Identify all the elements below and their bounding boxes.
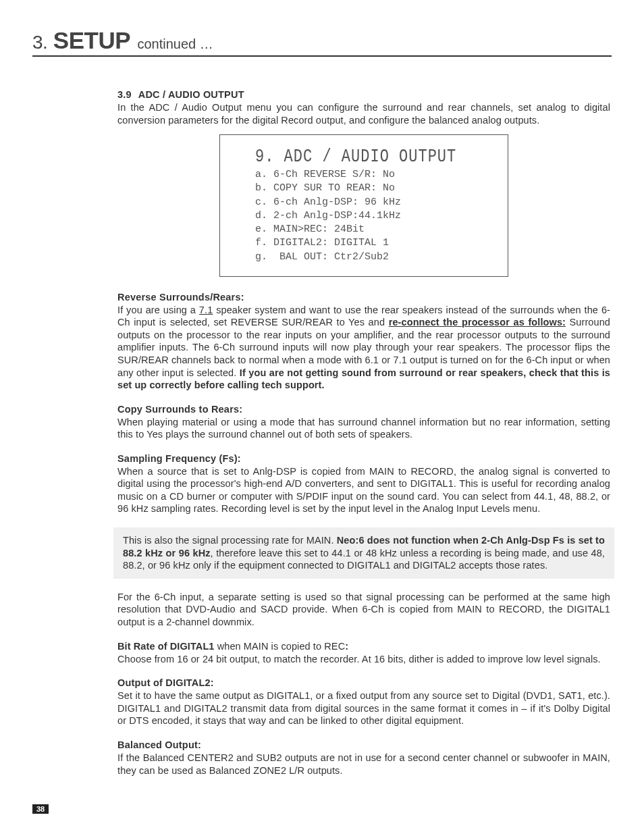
subhead-balanced: Balanced Output: bbox=[117, 739, 610, 750]
chapter-header: 3. SETUP continued … bbox=[32, 27, 612, 57]
subhead-bitrate: Bit Rate of DIGITAL1 bbox=[117, 641, 215, 652]
subhead-digital2: Output of DIGITAL2: bbox=[117, 677, 610, 688]
para-fs2: For the 6-Ch input, a separate setting i… bbox=[117, 591, 610, 629]
text-underline: 7.1 bbox=[199, 305, 213, 315]
page-number: 38 bbox=[32, 804, 49, 814]
osd-line: d. 2-ch Anlg-DSP:44.1kHz bbox=[255, 209, 489, 223]
para-balanced: If the Balanced CENTER2 and SUB2 outputs… bbox=[117, 752, 610, 777]
text: This is also the signal processing rate … bbox=[123, 535, 337, 546]
section-heading: 3.9ADC / AUDIO OUTPUT bbox=[117, 89, 610, 100]
osd-menu-title: 9. ADC / AUDIO OUTPUT bbox=[255, 146, 489, 167]
section-number: 3.9 bbox=[117, 89, 132, 100]
text: If you are using a bbox=[117, 305, 199, 315]
note-box: This is also the signal processing rate … bbox=[113, 527, 614, 579]
subhead-fs: Sampling Frequency (Fs): bbox=[117, 453, 610, 464]
text: Choose from 16 or 24 bit output, to matc… bbox=[117, 654, 601, 664]
chapter-number: 3. bbox=[32, 32, 47, 53]
osd-line: a. 6-Ch REVERSE S/R: No bbox=[255, 168, 489, 182]
para-fs: When a source that is set to Anlg-DSP is… bbox=[117, 465, 610, 515]
osd-line: e. MAIN>REC: 24Bit bbox=[255, 223, 489, 236]
osd-menu-box: 9. ADC / AUDIO OUTPUT a. 6-Ch REVERSE S/… bbox=[219, 134, 508, 277]
osd-line: g. BAL OUT: Ctr2/Sub2 bbox=[255, 251, 489, 264]
section-intro: In the ADC / Audio Output menu you can c… bbox=[117, 101, 610, 126]
osd-line: c. 6-ch Anlg-DSP: 96 kHz bbox=[255, 196, 489, 209]
section-title: ADC / AUDIO OUTPUT bbox=[138, 89, 244, 100]
text: when MAIN is copied to REC bbox=[215, 641, 346, 652]
osd-line: b. COPY SUR TO REAR: No bbox=[255, 182, 489, 195]
para-copy: When playing material or using a mode th… bbox=[117, 416, 610, 441]
chapter-title: SETUP bbox=[53, 27, 130, 53]
subhead-copy: Copy Surrounds to Rears: bbox=[117, 404, 610, 415]
page-content: 3.9ADC / AUDIO OUTPUT In the ADC / Audio… bbox=[117, 89, 610, 777]
note-text: This is also the signal processing rate … bbox=[123, 534, 605, 572]
osd-line: f. DIGITAL2: DIGITAL 1 bbox=[255, 236, 489, 250]
colon: : bbox=[345, 641, 348, 652]
chapter-continued: continued … bbox=[137, 36, 213, 51]
text-bold-underline: re-connect the processor as follows: bbox=[389, 317, 566, 328]
para-reverse: If you are using a 7.1 speaker system an… bbox=[117, 304, 610, 392]
para-bitrate: Bit Rate of DIGITAL1 when MAIN is copied… bbox=[117, 640, 610, 665]
subhead-reverse: Reverse Surrounds/Rears: bbox=[117, 292, 610, 303]
page: 3. SETUP continued … 3.9ADC / AUDIO OUTP… bbox=[0, 0, 644, 834]
para-digital2: Set it to have the same output as DIGITA… bbox=[117, 689, 610, 727]
